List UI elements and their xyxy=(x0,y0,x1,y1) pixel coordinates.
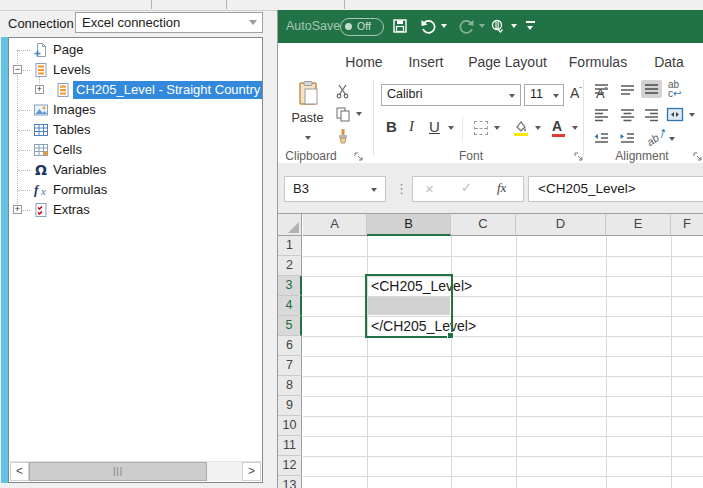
tab-home[interactable]: Home xyxy=(340,52,388,74)
bold-button[interactable]: B xyxy=(386,118,397,135)
row-header-3[interactable]: 3 xyxy=(278,276,302,296)
scroll-right-button[interactable]: > xyxy=(242,462,261,481)
row-header-5[interactable]: 5 xyxy=(278,316,302,336)
tree-item-formulas[interactable]: fxFormulas xyxy=(9,180,262,200)
wrap-text-button[interactable]: abc↩ xyxy=(668,80,681,98)
tree-item-ch205-level-straight-country-sale[interactable]: +CH205_Level - Straight Country - Sale xyxy=(9,80,262,100)
font-size-combobox[interactable]: 11 xyxy=(524,84,564,106)
autosave-toggle[interactable]: Off xyxy=(340,18,384,36)
increase-font-size-button[interactable]: Aˆ xyxy=(570,85,582,101)
row-header-13[interactable]: 13 xyxy=(278,476,302,488)
italic-button[interactable]: I xyxy=(409,118,414,135)
connection-panel: Connection Excel connection Page−Levels+… xyxy=(0,10,270,488)
borders-button[interactable] xyxy=(474,121,488,135)
cancel-icon[interactable]: × xyxy=(425,180,434,197)
gridline-horizontal xyxy=(303,256,703,257)
borders-dropdown-caret[interactable] xyxy=(494,126,500,130)
worksheet-grid[interactable]: ABCDEF12345678910111213<CH205_Level></CH… xyxy=(278,213,703,488)
enter-icon[interactable]: ✓ xyxy=(461,180,472,195)
orientation-dropdown-caret[interactable] xyxy=(669,137,675,141)
name-box[interactable]: B3 xyxy=(284,176,386,202)
tab-page-layout[interactable]: Page Layout xyxy=(466,52,549,74)
row-header-2[interactable]: 2 xyxy=(278,256,302,276)
tree-item-extras[interactable]: +Extras xyxy=(9,200,262,220)
row-header-10[interactable]: 10 xyxy=(278,416,302,436)
name-box-dropdown-caret[interactable] xyxy=(371,188,377,192)
copy-button[interactable] xyxy=(335,106,351,126)
tree-horizontal-scrollbar[interactable]: < ||| > xyxy=(10,461,261,481)
column-header-c[interactable]: C xyxy=(451,214,516,236)
tab-data[interactable]: Data xyxy=(650,52,688,74)
row-header-4[interactable]: 4 xyxy=(278,296,302,316)
formula-input[interactable]: <CH205_Level> xyxy=(528,176,703,202)
touch-mouse-mode-button[interactable] xyxy=(490,18,505,38)
increase-indent-button[interactable] xyxy=(619,132,636,146)
undo-button[interactable] xyxy=(420,18,437,38)
expand-box[interactable]: + xyxy=(13,205,22,214)
redo-button[interactable] xyxy=(458,18,475,38)
paste-dropdown-caret[interactable] xyxy=(305,136,311,140)
scroll-left-button[interactable]: < xyxy=(10,462,29,481)
tree-item-variables[interactable]: ΩVariables xyxy=(9,160,262,180)
align-center-button[interactable] xyxy=(619,108,636,122)
column-header-a[interactable]: A xyxy=(303,214,367,236)
column-header-e[interactable]: E xyxy=(606,214,671,236)
column-header-d[interactable]: D xyxy=(516,214,606,236)
column-header-f[interactable]: F xyxy=(671,214,703,236)
row-header-11[interactable]: 11 xyxy=(278,436,302,456)
merge-center-button[interactable] xyxy=(666,107,684,126)
copy-dropdown-caret[interactable] xyxy=(356,112,362,116)
formula-bar: B3 ⋮ × ✓ fx <CH205_Level> xyxy=(278,163,703,213)
align-right-button[interactable] xyxy=(643,108,660,122)
column-header-b[interactable]: B xyxy=(367,214,451,236)
align-left-button[interactable] xyxy=(593,108,610,122)
underline-dropdown-caret[interactable] xyxy=(448,126,454,130)
tab-insert[interactable]: Insert xyxy=(406,52,446,74)
tree-item-tables[interactable]: Tables xyxy=(9,120,262,140)
format-painter-button[interactable] xyxy=(335,128,351,148)
save-button[interactable] xyxy=(392,18,408,38)
tree-item-levels[interactable]: −Levels xyxy=(9,60,262,80)
underline-button[interactable]: U xyxy=(429,118,440,135)
orientation-button[interactable]: ab↗ xyxy=(644,126,669,149)
row-header-7[interactable]: 7 xyxy=(278,356,302,376)
insert-function-icon[interactable]: fx xyxy=(497,180,506,196)
font-name-combobox[interactable]: Calibri xyxy=(381,84,521,106)
redo-dropdown-caret[interactable] xyxy=(479,24,485,28)
paste-label: Paste xyxy=(284,111,331,125)
select-all-button[interactable] xyxy=(278,214,302,236)
cut-button[interactable] xyxy=(335,83,351,103)
fill-handle[interactable] xyxy=(447,332,454,339)
row-header-8[interactable]: 8 xyxy=(278,376,302,396)
row-header-9[interactable]: 9 xyxy=(278,396,302,416)
collapse-box[interactable]: − xyxy=(13,65,22,74)
clipboard-dialog-launcher[interactable] xyxy=(354,152,363,161)
tree-item-page[interactable]: Page xyxy=(9,40,262,60)
merge-center-dropdown-caret[interactable] xyxy=(689,113,695,117)
middle-align-button[interactable] xyxy=(619,83,636,97)
top-align-button[interactable] xyxy=(593,83,610,97)
scrollbar-thumb[interactable]: ||| xyxy=(29,462,207,481)
tab-formulas[interactable]: Formulas xyxy=(568,52,628,74)
clipboard-group-label: Clipboard xyxy=(278,149,344,163)
row-header-12[interactable]: 12 xyxy=(278,456,302,476)
expand-box[interactable]: + xyxy=(35,85,44,94)
paste-button[interactable]: Paste xyxy=(284,78,331,146)
tree-item-cells[interactable]: Cells xyxy=(9,140,262,160)
connection-dropdown[interactable]: Excel connection xyxy=(75,12,263,33)
font-color-dropdown-caret[interactable] xyxy=(572,126,578,130)
fill-color-dropdown-caret[interactable] xyxy=(535,126,541,130)
fill-color-button[interactable] xyxy=(512,119,530,141)
touch-mode-dropdown-caret[interactable] xyxy=(511,24,517,28)
panel-accent-strip xyxy=(1,37,8,483)
bottom-align-button[interactable] xyxy=(641,80,662,98)
alignment-dialog-launcher[interactable] xyxy=(693,152,702,161)
font-dialog-launcher[interactable] xyxy=(574,152,583,161)
tree-item-images[interactable]: Images xyxy=(9,100,262,120)
font-color-button[interactable]: A xyxy=(552,117,562,135)
decrease-indent-button[interactable] xyxy=(593,132,610,146)
row-header-1[interactable]: 1 xyxy=(278,236,302,256)
undo-dropdown-caret[interactable] xyxy=(441,24,447,28)
row-header-6[interactable]: 6 xyxy=(278,336,302,356)
customize-quick-access-toolbar-button[interactable] xyxy=(526,18,536,32)
